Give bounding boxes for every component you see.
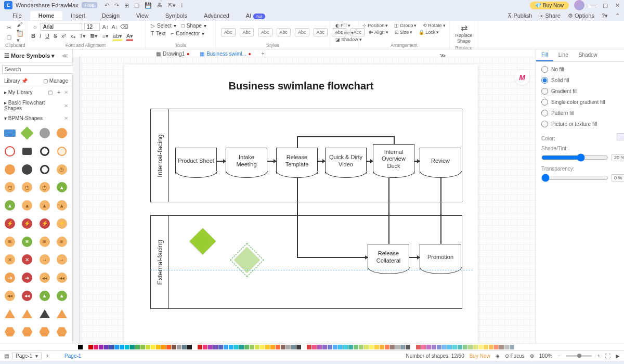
shape-arrow-2[interactable]: →: [55, 253, 69, 266]
shape-review[interactable]: Review: [420, 148, 461, 174]
shape-signal-o[interactable]: ▲: [20, 199, 34, 212]
menu-design[interactable]: Design: [94, 11, 128, 20]
lock-button[interactable]: 🔒 Lock▾: [419, 30, 439, 35]
new-icon[interactable]: ⊞: [124, 2, 129, 9]
shape-quick-dirty[interactable]: Quick & Dirty Video: [325, 148, 367, 174]
buy-now-button[interactable]: 💎 Buy Now: [530, 2, 569, 9]
manage-button[interactable]: ▢ Manage: [43, 78, 68, 84]
shape-rewind-2[interactable]: ◂◂: [55, 271, 69, 284]
symbol-search-input[interactable]: [2, 65, 73, 74]
shape-diamond[interactable]: [20, 126, 34, 140]
color-swatch[interactable]: [617, 133, 624, 140]
fill-gradient-radio[interactable]: [541, 88, 548, 95]
open-icon[interactable]: ▢: [134, 2, 139, 9]
maximize-icon[interactable]: ▢: [603, 2, 608, 9]
publish-button[interactable]: ⊼ Publish: [508, 12, 532, 19]
font-color-button[interactable]: A▾: [126, 33, 133, 41]
line-dropdown[interactable]: ／ Line▾: [335, 29, 354, 36]
copy-icon[interactable]: ▢: [5, 33, 12, 41]
style-preset-3[interactable]: Abc: [258, 28, 272, 36]
style-preset-6[interactable]: Abc: [314, 28, 328, 36]
style-preset-2[interactable]: Abc: [240, 28, 254, 36]
menu-view[interactable]: View: [128, 11, 157, 20]
add-page-button[interactable]: +: [46, 353, 49, 359]
italic-button[interactable]: I: [40, 33, 41, 41]
rotate-button[interactable]: ⟲ Rotate▾: [423, 23, 446, 28]
shape-clock[interactable]: ◷: [55, 163, 69, 176]
connector[interactable]: [367, 161, 373, 162]
case-button[interactable]: T▾: [80, 33, 86, 41]
align-button[interactable]: ≡▾: [102, 33, 108, 41]
collapse-left-icon[interactable]: ≪: [62, 53, 68, 59]
connector[interactable]: [297, 136, 394, 137]
connector[interactable]: [297, 178, 298, 257]
subscript-button[interactable]: x₂: [70, 33, 75, 41]
cut-icon[interactable]: ✂: [5, 24, 12, 31]
menu-insert[interactable]: Insert: [62, 11, 94, 20]
font-size-select[interactable]: [84, 23, 100, 31]
shape-badge-3[interactable]: [38, 163, 51, 176]
shape-badge-1[interactable]: [3, 163, 17, 176]
shape-badge-2[interactable]: [20, 163, 34, 176]
lane1-label[interactable]: Internal-facing: [156, 134, 164, 177]
menu-advanced[interactable]: Advanced: [196, 11, 238, 20]
pages-icon[interactable]: ▤: [4, 353, 9, 359]
my-library-section[interactable]: ▸ My Library: [4, 89, 32, 95]
shape-ring-red[interactable]: [3, 145, 17, 158]
shape-cancel-2[interactable]: ✕: [20, 253, 34, 266]
fill-dropdown[interactable]: ◐ Fill▾: [335, 23, 350, 28]
shape-hex-3[interactable]: [38, 325, 51, 339]
group-button[interactable]: ◫ Group▾: [394, 23, 417, 28]
close-icon[interactable]: ✕: [615, 2, 620, 9]
underline-button[interactable]: U: [45, 33, 49, 41]
shape-internal-overview[interactable]: Internal Overview Deck: [373, 144, 414, 174]
connector[interactable]: [318, 161, 325, 162]
rp-tab-shadow[interactable]: Shadow: [574, 49, 603, 61]
fill-solid-radio[interactable]: [541, 77, 548, 84]
shape-signal-g[interactable]: ▲: [55, 180, 69, 194]
shape-signal-o3[interactable]: ▲: [55, 199, 69, 212]
add-lib-icon[interactable]: ▢: [46, 88, 54, 96]
shape-release-template[interactable]: Release Template: [276, 148, 318, 174]
shape-hex-2[interactable]: [20, 325, 34, 339]
shadow-dropdown[interactable]: ◪ Shadow▾: [335, 37, 362, 42]
shape-arrow-1[interactable]: →: [38, 253, 51, 266]
shape-signal-o2[interactable]: ▲: [38, 199, 51, 212]
zoom-in-button[interactable]: +: [597, 353, 600, 359]
position-button[interactable]: ⊹ Position▾: [362, 23, 388, 28]
shape-list-4[interactable]: ≡: [55, 235, 69, 249]
font-picker-icon[interactable]: ○: [31, 23, 38, 31]
shape-tri-g1[interactable]: ▲: [38, 289, 51, 303]
bold-button[interactable]: B: [31, 33, 35, 41]
shape-error-2[interactable]: ⚡: [20, 217, 34, 230]
align-arrange-button[interactable]: ⊫ Align▾: [369, 30, 388, 35]
shape-timer-2[interactable]: ◷: [20, 180, 34, 194]
decrease-font-icon[interactable]: A↓: [111, 23, 119, 31]
shape-arrow-4[interactable]: ➜: [20, 271, 34, 284]
bullets-button[interactable]: ≣▾: [90, 33, 98, 41]
fill-picture-radio[interactable]: [541, 121, 548, 127]
transparency-slider[interactable]: [541, 174, 608, 182]
status-buynow[interactable]: Buy Now: [470, 353, 490, 359]
shape-error-3[interactable]: ⚡: [38, 217, 51, 230]
more-symbols-button[interactable]: ☰ More Symbols ▾: [4, 53, 55, 59]
paste-icon[interactable]: 📋▾: [17, 33, 24, 41]
shape-timer-3[interactable]: ◷: [38, 180, 51, 194]
shape-list-1[interactable]: ≡: [3, 235, 17, 249]
highlight-button[interactable]: ab▾: [113, 33, 122, 41]
new-lib-icon[interactable]: +: [55, 88, 62, 96]
connector[interactable]: [394, 136, 395, 144]
connector[interactable]: [409, 257, 420, 258]
shape-tri-d1[interactable]: [38, 307, 51, 321]
connector[interactable]: [297, 136, 298, 148]
fullscreen-icon[interactable]: ⛶: [605, 353, 610, 359]
shape-promotion[interactable]: Promotion: [420, 244, 461, 270]
user-avatar[interactable]: [574, 0, 584, 10]
export-icon[interactable]: ⇱▾: [168, 2, 176, 9]
superscript-button[interactable]: x²: [61, 33, 66, 41]
presentation-icon[interactable]: ▶: [616, 353, 620, 359]
shape-release-collateral[interactable]: Release Collateral: [368, 244, 409, 270]
fill-pattern-radio[interactable]: [541, 110, 548, 116]
connector-tool[interactable]: ⌐ Connector▾: [171, 31, 204, 36]
increase-font-icon[interactable]: A↑: [102, 23, 109, 31]
